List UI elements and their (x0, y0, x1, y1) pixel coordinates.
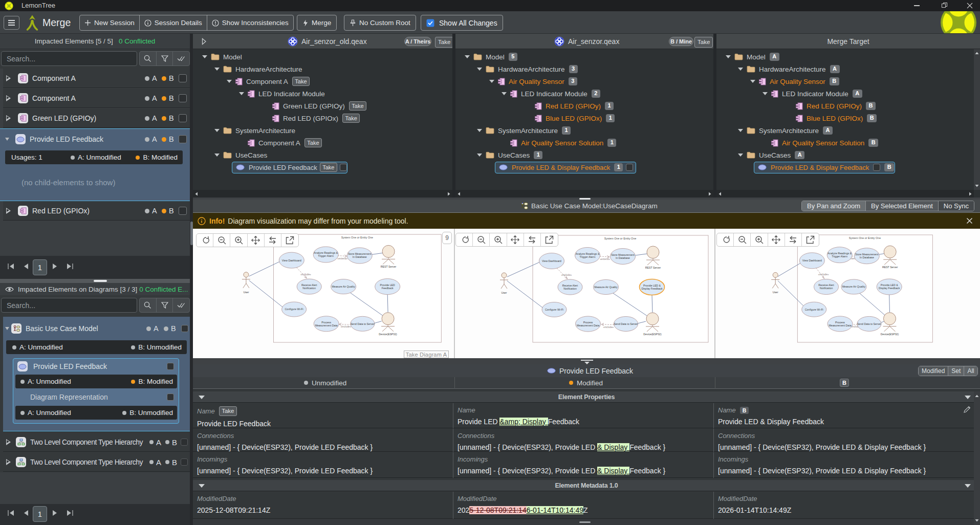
svg-text:«include»: «include» (818, 273, 829, 276)
svg-text:Measure Air Quality: Measure Air Quality (594, 286, 618, 289)
svg-text:In Database: In Database (352, 255, 366, 258)
svg-text:Display Feedback: Display Feedback (879, 287, 900, 290)
svg-text:Measurement Data: Measurement Data (829, 324, 851, 327)
svg-text:Device(ESP32): Device(ESP32) (379, 333, 397, 336)
svg-text:Trigger Alarm: Trigger Alarm (580, 255, 596, 258)
svg-text:Measurement Data: Measurement Data (577, 324, 599, 327)
svg-text:Measure Air Quality: Measure Air Quality (842, 285, 865, 288)
svg-text:Device(ESP32): Device(ESP32) (643, 333, 662, 336)
svg-text:System One or Entity One: System One or Entity One (604, 237, 637, 240)
svg-text:Trigger Alarm: Trigger Alarm (318, 254, 334, 257)
svg-text:Notification: Notification (819, 287, 833, 290)
svg-text:Feedback: Feedback (381, 287, 393, 290)
svg-text:View Dashboard: View Dashboard (542, 259, 561, 262)
svg-text:REST Server: REST Server (882, 266, 898, 269)
svg-text:Measure Air Quality: Measure Air Quality (332, 285, 355, 288)
svg-text:Display Feedback: Display Feedback (641, 287, 663, 290)
svg-text:View Dashboard: View Dashboard (802, 259, 821, 262)
svg-text:User: User (243, 291, 249, 294)
svg-text:Send Data to Server: Send Data to Server (614, 322, 638, 325)
svg-text:Measurement Data: Measurement Data (315, 324, 337, 327)
svg-text:User: User (502, 291, 507, 294)
svg-text:REST Server: REST Server (645, 266, 661, 269)
svg-text:Configure Wi-Fi: Configure Wi-Fi (545, 308, 563, 311)
svg-text:In Database: In Database (616, 256, 630, 259)
svg-text:View Dashboard: View Dashboard (281, 258, 301, 261)
svg-text:«include»: «include» (300, 273, 311, 276)
svg-text:Send Data to Server: Send Data to Server (857, 322, 881, 325)
svg-text:«include»: «include» (561, 274, 572, 276)
svg-text:«include»: «include» (340, 325, 351, 328)
svg-text:«extend»: «extend» (337, 257, 347, 259)
svg-text:Send Data to Server: Send Data to Server (350, 322, 374, 325)
svg-text:«include»: «include» (603, 326, 614, 329)
svg-text:«extend»: «extend» (600, 258, 610, 260)
svg-text:REST Server: REST Server (380, 265, 396, 268)
svg-text:In Database: In Database (859, 256, 874, 259)
svg-text:Notification: Notification (302, 287, 316, 290)
svg-text:Configure Wi-Fi: Configure Wi-Fi (285, 308, 303, 311)
svg-text:Configure Wi-Fi: Configure Wi-Fi (804, 308, 823, 311)
svg-text:Trigger Alarm: Trigger Alarm (832, 255, 847, 258)
svg-text:User: User (772, 291, 778, 294)
svg-text:Device(ESP32): Device(ESP32) (880, 333, 899, 336)
svg-text:System One or Entity One: System One or Entity One (341, 236, 373, 239)
svg-text:Notification: Notification (563, 287, 577, 290)
svg-text:System One or Entity One: System One or Entity One (848, 236, 880, 239)
